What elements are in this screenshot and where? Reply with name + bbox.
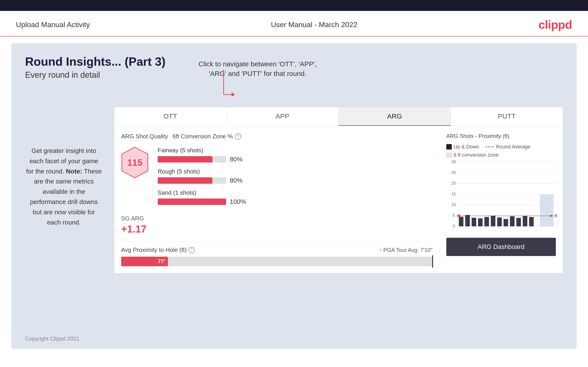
legend-box-updown <box>446 144 452 150</box>
chart-header: ARG Shots - Proximity (ft) Up & Down Rou… <box>446 133 556 150</box>
content-area: ARG Shot Quality 6ft Conversion Zone % ?… <box>114 126 563 273</box>
shot-bars: Fairway (5 shots) 80% Rough (5 shots) <box>158 147 432 210</box>
bar-row-fairway: Fairway (5 shots) 80% <box>158 147 432 163</box>
hexagon-badge: 115 <box>121 147 148 178</box>
svg-rect-23 <box>478 218 483 226</box>
svg-text:15: 15 <box>451 192 456 196</box>
tab-arg[interactable]: ARG <box>339 107 451 126</box>
svg-rect-26 <box>497 217 502 226</box>
legend-6ft-row: 6 ft conversion zone <box>446 152 556 158</box>
proximity-title: Avg Proximity to Hole (ft) ? <box>121 246 195 253</box>
bar-fill-fairway <box>158 156 212 163</box>
legend-item-updown: Up & Down <box>446 144 479 150</box>
proximity-header: Avg Proximity to Hole (ft) ? ↑ PGA Tour … <box>121 246 432 253</box>
bar-track-rough <box>158 177 226 184</box>
legend-roundavg-label: Round Average <box>496 144 530 150</box>
proximity-track: 77' <box>121 257 432 266</box>
chart-svg: 0 5 10 15 20 25 30 <box>446 160 560 229</box>
svg-rect-27 <box>504 219 508 226</box>
bar-fill-rough <box>158 177 212 184</box>
svg-rect-30 <box>523 216 527 226</box>
svg-rect-31 <box>529 217 534 226</box>
hex-container: 115 Fairway (5 shots) 80% <box>121 147 432 210</box>
legend-6ft-label: 6 ft conversion zone <box>454 152 499 158</box>
clippd-logo: clippd <box>538 18 572 32</box>
bar-label-fairway: Fairway (5 shots) <box>158 147 432 154</box>
bar-pct-fairway: 80% <box>230 156 246 163</box>
svg-text:10: 10 <box>451 202 456 207</box>
legend: Up & Down Round Average <box>446 144 530 150</box>
sg-label: SG ARG <box>121 215 432 222</box>
nav-hint-line1: Click to navigate between 'OTT', 'APP', <box>199 59 317 69</box>
svg-rect-25 <box>491 216 495 226</box>
svg-rect-32 <box>540 194 553 226</box>
svg-text:5: 5 <box>453 213 455 218</box>
upload-manual-label: Upload Manual Activity <box>16 21 90 29</box>
bar-row-sand: Sand (1 shots) 100% <box>158 189 432 205</box>
chart-area: 0 5 10 15 20 25 30 <box>446 160 556 233</box>
bar-row-rough: Rough (5 shots) 80% <box>158 168 432 184</box>
bar-fill-sand <box>158 199 226 205</box>
nav-hint-arrow <box>212 69 235 108</box>
tab-ott[interactable]: OTT <box>114 107 227 126</box>
left-panel: ARG Shot Quality 6ft Conversion Zone % ?… <box>114 126 440 273</box>
bar-track-sand <box>158 199 226 205</box>
proximity-avg: ↑ PGA Tour Avg: 7'10" <box>379 247 432 253</box>
svg-rect-28 <box>510 216 515 226</box>
top-bar <box>0 0 588 11</box>
svg-rect-22 <box>472 218 476 226</box>
svg-text:8: 8 <box>555 213 557 218</box>
svg-text:20: 20 <box>451 181 456 185</box>
sg-section: SG ARG +1.17 <box>121 215 432 235</box>
bar-pct-sand: 100% <box>230 198 246 205</box>
legend-hatched-6ft <box>446 153 452 157</box>
legend-dashed-roundavg <box>486 147 494 147</box>
bar-label-rough: Rough (5 shots) <box>158 168 432 175</box>
bar-track-fairway <box>158 156 226 163</box>
chart-title: ARG Shots - Proximity (ft) <box>446 133 509 139</box>
footer-copyright: Copyright Clippd 2021 <box>25 335 79 342</box>
legend-item-roundavg: Round Average <box>486 144 530 150</box>
svg-rect-20 <box>459 217 463 226</box>
panel-title: ARG Shot Quality <box>121 133 168 140</box>
arg-dashboard-button[interactable]: ARG Dashboard <box>446 238 556 256</box>
proximity-cursor <box>432 255 433 268</box>
svg-text:0: 0 <box>453 224 455 228</box>
proximity-fill-value: 77' <box>158 258 165 265</box>
help-icon[interactable]: ? <box>235 133 241 140</box>
proximity-help-icon[interactable]: ? <box>189 247 195 253</box>
svg-rect-29 <box>516 218 521 226</box>
proximity-fill: 77' <box>121 257 168 266</box>
proximity-bar-container: 77' <box>121 257 432 266</box>
user-manual-label: User Manual - March 2022 <box>271 21 357 29</box>
svg-text:25: 25 <box>451 170 456 175</box>
right-panel: ARG Shots - Proximity (ft) Up & Down Rou… <box>440 126 563 273</box>
svg-rect-21 <box>465 215 470 226</box>
svg-point-36 <box>458 215 460 217</box>
main-content: Round Insights... (Part 3) Every round i… <box>11 43 577 349</box>
panel-subtitle: 6ft Conversion Zone % ? <box>173 133 241 140</box>
svg-marker-2 <box>232 92 235 97</box>
svg-rect-24 <box>484 217 489 226</box>
legend-updown-label: Up & Down <box>454 144 479 150</box>
sg-value: +1.17 <box>121 223 432 235</box>
bar-label-sand: Sand (1 shots) <box>158 189 432 196</box>
panel-header: ARG Shot Quality 6ft Conversion Zone % ? <box>121 133 432 140</box>
proximity-section: Avg Proximity to Hole (ft) ? ↑ PGA Tour … <box>121 242 432 266</box>
left-desc-text: Get greater insight into each facet of y… <box>26 147 102 226</box>
svg-text:30: 30 <box>451 160 456 164</box>
header: Upload Manual Activity User Manual - Mar… <box>0 11 588 36</box>
left-description: Get greater insight into each facet of y… <box>25 146 103 227</box>
hex-value: 115 <box>127 158 143 168</box>
tab-putt[interactable]: PUTT <box>451 107 563 126</box>
tabs-container: OTT APP ARG PUTT <box>114 107 563 126</box>
bar-pct-rough: 80% <box>230 177 246 184</box>
dashboard-panel: OTT APP ARG PUTT ARG Shot Quality 6ft Co… <box>114 107 563 273</box>
tab-app[interactable]: APP <box>227 107 339 126</box>
